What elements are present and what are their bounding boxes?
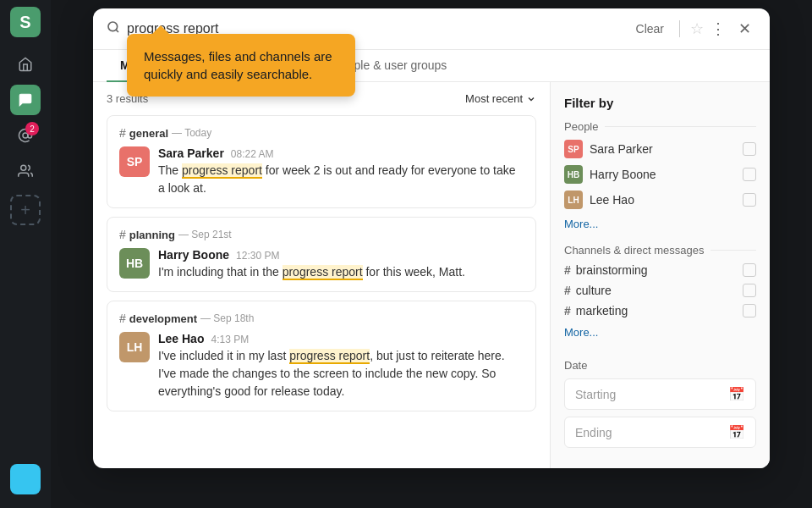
author-name: Harry Boone (158, 248, 229, 262)
sort-dropdown[interactable]: Most recent (465, 92, 536, 105)
results-panel: 3 results Most recent # general — Today (93, 82, 550, 468)
sidebar-icon-chat[interactable] (10, 85, 41, 115)
filter-checkbox-marketing[interactable] (743, 304, 756, 318)
message-time: 08:22 AM (231, 148, 274, 160)
filter-channel-left: # culture (564, 284, 612, 297)
svg-point-1 (21, 165, 26, 170)
message-content: Sara Parker 08:22 AM The progress report… (158, 146, 524, 197)
filter-checkbox-harry[interactable] (743, 168, 756, 181)
sidebar-icon-mention[interactable]: 2 (10, 120, 41, 151)
message-content: Harry Boone 12:30 PM I'm including that … (158, 248, 465, 281)
filter-checkbox-brainstorming[interactable] (743, 263, 756, 277)
hash-icon: # (564, 263, 571, 277)
date-label: Date (564, 359, 756, 372)
hash-icon: # (564, 284, 571, 297)
message-row: HB Harry Boone 12:30 PM I'm including th… (119, 248, 524, 281)
filter-checkbox-lee[interactable] (743, 193, 756, 207)
filter-channel-name: brainstorming (576, 263, 648, 277)
sidebar-bottom (10, 464, 41, 501)
hash-icon: # (564, 304, 571, 318)
channel-date: — Sep 18th (200, 312, 254, 324)
author-name: Sara Parker (158, 146, 224, 160)
filter-channel-name: marketing (576, 304, 628, 318)
message-row: LH Lee Hao 4:13 PM I've included it in m… (119, 332, 524, 400)
highlight-text: progress report (289, 349, 370, 364)
channel-line: # planning — Sep 21st (119, 228, 524, 241)
filter-channel-item: # culture (564, 284, 756, 297)
filter-item: HB Harry Boone (564, 165, 756, 184)
avatar: HB (119, 248, 150, 279)
filter-person-name: Lee Hao (590, 193, 634, 207)
filter-avatar: LH (564, 190, 583, 209)
people-more-link[interactable]: More... (564, 218, 598, 230)
date-ending-input[interactable]: Ending 📅 (564, 417, 756, 448)
sidebar: S 2 + (0, 0, 51, 508)
message-card: # general — Today SP Sara Parker 08:22 A… (107, 115, 536, 208)
filter-avatar: HB (564, 165, 583, 184)
channel-name: development (129, 312, 197, 325)
date-starting-input[interactable]: Starting 📅 (564, 378, 756, 410)
filter-channel-name: culture (576, 284, 612, 297)
author-line: Sara Parker 08:22 AM (158, 146, 524, 160)
svg-line-3 (116, 30, 118, 32)
filter-item: LH Lee Hao (564, 190, 756, 209)
search-body: 3 results Most recent # general — Today (93, 82, 770, 468)
filter-people-label: People (564, 120, 756, 133)
search-divider (679, 20, 680, 37)
filter-channel-item: # marketing (564, 304, 756, 318)
message-text: I'm including that in the progress repor… (158, 263, 465, 281)
filter-avatar: SP (564, 140, 583, 158)
avatar: SP (119, 146, 150, 177)
clear-button[interactable]: Clear (631, 20, 669, 37)
channel-date: — Today (172, 127, 211, 139)
author-name: Lee Hao (158, 332, 204, 345)
message-content: Lee Hao 4:13 PM I've included it in my l… (158, 332, 524, 400)
filter-item-left: SP Sara Parker (564, 140, 653, 158)
filter-panel: Filter by People SP Sara Parker HB Harry… (550, 82, 770, 468)
message-text: I've included it in my last progress rep… (158, 347, 524, 400)
message-text: The progress report for week 2 is out an… (158, 162, 524, 197)
filter-checkbox-culture[interactable] (743, 284, 756, 297)
more-options-icon[interactable]: ⋮ (710, 19, 726, 38)
sidebar-icon-people[interactable] (10, 156, 41, 186)
filter-channel-left: # marketing (564, 304, 628, 318)
hash-icon: # (119, 312, 126, 325)
search-icon (107, 20, 120, 37)
message-row: SP Sara Parker 08:22 AM The progress rep… (119, 146, 524, 197)
sidebar-user-avatar[interactable] (10, 464, 41, 494)
author-line: Lee Hao 4:13 PM (158, 332, 524, 345)
filter-channel-item: # brainstorming (564, 263, 756, 277)
avatar: LH (119, 332, 150, 362)
highlight-text: progress report (283, 265, 363, 280)
highlight-text: progress report (182, 163, 262, 179)
modal-overlay: Clear ☆ ⋮ ✕ Messages Files Channels Peop… (51, 0, 812, 508)
filter-checkbox-sara[interactable] (743, 142, 756, 156)
sidebar-logo[interactable]: S (10, 7, 41, 37)
message-time: 4:13 PM (211, 334, 249, 345)
channel-date: — Sep 21st (178, 229, 232, 240)
author-line: Harry Boone 12:30 PM (158, 248, 465, 262)
filter-channel-left: # brainstorming (564, 263, 648, 277)
channel-name: general (129, 127, 168, 140)
message-time: 12:30 PM (236, 250, 279, 262)
filter-channels-label: Channels & direct messages (564, 244, 756, 257)
close-button[interactable]: ✕ (732, 17, 756, 41)
search-modal: Clear ☆ ⋮ ✕ Messages Files Channels Peop… (93, 8, 770, 468)
hash-icon: # (119, 228, 126, 241)
date-ending-text: Ending (575, 426, 612, 439)
calendar-icon: 📅 (728, 386, 745, 402)
message-card: # planning — Sep 21st HB Harry Boone 12:… (107, 217, 536, 292)
sidebar-icon-home[interactable] (10, 49, 41, 80)
hash-icon: # (119, 126, 126, 140)
filter-item: SP Sara Parker (564, 140, 756, 158)
tooltip-bubble: Messages, files and channels are quickly… (127, 34, 355, 97)
message-card: # development — Sep 18th LH Lee Hao 4:13… (107, 301, 536, 411)
notification-badge: 2 (25, 122, 39, 135)
filter-person-name: Sara Parker (590, 142, 653, 156)
date-starting-text: Starting (575, 388, 616, 401)
channels-more-link[interactable]: More... (564, 326, 598, 339)
star-icon[interactable]: ☆ (690, 19, 704, 38)
sidebar-add-button[interactable]: + (10, 195, 41, 225)
calendar-icon: 📅 (728, 424, 745, 440)
svg-point-2 (108, 22, 118, 31)
